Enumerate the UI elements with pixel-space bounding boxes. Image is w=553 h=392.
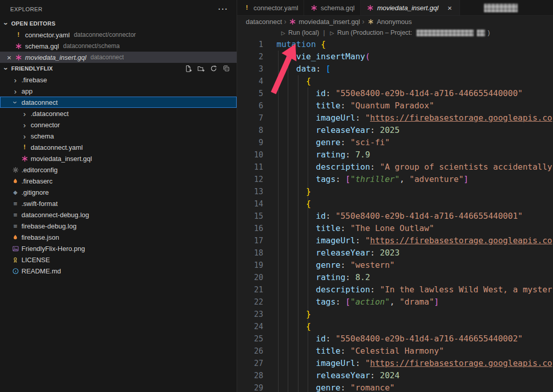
chevron-right-icon[interactable]: ›	[20, 109, 29, 118]
doc-lines-icon: ≡	[11, 199, 19, 207]
workspace-header[interactable]: › FRIENDLYFLIX	[0, 63, 237, 74]
git-icon: ◆	[11, 188, 19, 196]
tab-schema.gql[interactable]: schema.gql	[304, 0, 360, 15]
line-number: 15	[237, 210, 263, 222]
code-editor: 1mutation {2 movie_insertMany(3 data: [4…	[237, 38, 553, 392]
tree-item-dataconnect.yaml[interactable]: !dataconnect.yaml	[0, 142, 237, 153]
open-editor-item-schema.gql[interactable]: schema.gqldataconnect/schema	[0, 40, 237, 52]
new-file-icon[interactable]	[184, 64, 192, 73]
tab-moviedata_insert.gql[interactable]: moviedata_insert.gql×	[361, 0, 460, 15]
code-line-text: releaseYear: 2024	[263, 370, 400, 382]
chevron-right-icon[interactable]: ›	[11, 87, 19, 95]
tree-item-label: firebase.json	[21, 234, 59, 241]
code-line-25[interactable]: 25 id: "550e8400-e29b-41d4-a716-44665544…	[237, 333, 553, 345]
line-number: 10	[237, 149, 263, 161]
code-line-22[interactable]: 22 tags: ["action", "drama"]	[237, 296, 553, 308]
code-line-24[interactable]: 24 {	[237, 320, 553, 333]
code-line-8[interactable]: 8 releaseYear: 2025	[237, 124, 553, 136]
code-line-14[interactable]: 14 {	[237, 198, 553, 210]
line-number: 29	[237, 382, 263, 392]
breadcrumb-separator: ›	[284, 17, 287, 26]
line-number: 11	[237, 161, 263, 173]
tree-item-label: moviedata_insert.gql	[31, 155, 92, 163]
open-editor-item-connector.yaml[interactable]: !connector.yamldataconnect/connector	[0, 29, 237, 40]
chevron-right-icon[interactable]: ›	[20, 121, 29, 129]
tree-item-.editorconfig[interactable]: .editorconfig	[0, 164, 237, 175]
chevron-right-icon[interactable]: ›	[20, 132, 29, 140]
close-icon[interactable]: ×	[446, 4, 454, 12]
code-line-3[interactable]: 3 data: [	[237, 63, 553, 75]
code-line-11[interactable]: 11 description: "A group of scientists a…	[237, 161, 553, 173]
more-actions-icon[interactable]: ···	[218, 5, 228, 13]
line-number: 26	[237, 345, 263, 357]
code-line-23[interactable]: 23 }	[237, 308, 553, 320]
breadcrumb-item-dataconnect[interactable]: dataconnect	[246, 18, 282, 26]
breadcrumb-item-Anonymous[interactable]: Anonymous	[366, 17, 412, 26]
tree-item-connector[interactable]: ›connector	[0, 119, 237, 130]
warning-icon: !	[14, 31, 22, 39]
code-line-7[interactable]: 7 imageUrl: "https://firebasestorage.goo…	[237, 112, 553, 124]
code-line-9[interactable]: 9 genre: "sci-fi"	[237, 136, 553, 149]
code-line-text: description: "In the lawless Wild West, …	[263, 284, 553, 296]
run-production-button[interactable]: ▷ Run (Production – Project: )	[329, 29, 490, 37]
tree-item-label: .firebase	[21, 76, 47, 84]
tree-item-.swift-format[interactable]: ≡.swift-format	[0, 198, 237, 209]
code-line-5[interactable]: 5 id: "550e8400-e29b-41d4-a716-446655440…	[237, 87, 553, 100]
tree-item-dataconnect-debug.log[interactable]: ≡dataconnect-debug.log	[0, 209, 237, 220]
code-line-17[interactable]: 17 imageUrl: "https://firebasestorage.go…	[237, 235, 553, 247]
code-line-20[interactable]: 20 rating: 8.2	[237, 271, 553, 284]
tree-item-firebase-debug.log[interactable]: ≡firebase-debug.log	[0, 220, 237, 232]
open-editor-item-moviedata_insert.gql[interactable]: ×moviedata_insert.gqldataconnect	[0, 52, 237, 63]
tree-item-firebase.json[interactable]: firebase.json	[0, 232, 237, 243]
chevron-right-icon[interactable]: ›	[11, 76, 19, 84]
line-number: 4	[237, 75, 263, 87]
code-line-1[interactable]: 1mutation {	[237, 38, 553, 51]
code-line-13[interactable]: 13 }	[237, 186, 553, 198]
tree-item-README.md[interactable]: README.md	[0, 265, 237, 276]
refresh-icon[interactable]	[210, 64, 218, 73]
chevron-down-icon[interactable]: ›	[11, 98, 19, 106]
code-line-text: genre: "romance"	[263, 382, 395, 392]
code-line-27[interactable]: 27 imageUrl: "https://firebasestorage.go…	[237, 357, 553, 370]
tree-item-app[interactable]: ›app	[0, 85, 237, 97]
tree-item-schema[interactable]: ›schema	[0, 130, 237, 142]
tree-item-.firebase[interactable]: ›.firebase	[0, 74, 237, 85]
code-line-18[interactable]: 18 releaseYear: 2023	[237, 247, 553, 259]
code-line-12[interactable]: 12 tags: ["thriller", "adventure"]	[237, 173, 553, 186]
line-number: 13	[237, 186, 263, 198]
code-line-4[interactable]: 4 {	[237, 75, 553, 87]
tree-item-FriendlyFlix-Hero.png[interactable]: FriendlyFlix-Hero.png	[0, 243, 237, 254]
breadcrumb-separator: ›	[362, 17, 364, 26]
code-line-2[interactable]: 2 movie_insertMany(	[237, 51, 553, 63]
breadcrumb-item-moviedata_insert.gql[interactable]: moviedata_insert.gql	[289, 17, 360, 26]
new-folder-icon[interactable]	[197, 64, 205, 73]
firebase-icon	[11, 233, 19, 241]
code-line-21[interactable]: 21 description: "In the lawless Wild Wes…	[237, 284, 553, 296]
line-number: 9	[237, 136, 263, 149]
tree-item-LICENSE[interactable]: LICENSE	[0, 254, 237, 265]
code-line-10[interactable]: 10 rating: 7.9	[237, 149, 553, 161]
code-line-15[interactable]: 15 id: "550e8400-e29b-41d4-a716-44665544…	[237, 210, 553, 222]
code-line-6[interactable]: 6 title: "Quantum Paradox"	[237, 100, 553, 112]
code-line-19[interactable]: 19 genre: "western"	[237, 259, 553, 271]
graphql-icon	[20, 154, 29, 163]
code-line-26[interactable]: 26 title: "Celestial Harmony"	[237, 345, 553, 357]
code-line-29[interactable]: 29 genre: "romance"	[237, 382, 553, 392]
tree-item-label: firebase-debug.log	[21, 222, 77, 230]
code-line-text: id: "550e8400-e29b-41d4-a716-44665544000…	[263, 333, 523, 345]
line-number: 6	[237, 100, 263, 112]
code-line-text: releaseYear: 2023	[263, 247, 400, 259]
tree-item-moviedata_insert.gql[interactable]: moviedata_insert.gql	[0, 153, 237, 164]
code-line-text: title: "The Lone Outlaw"	[263, 222, 434, 235]
tree-item-.gitignore[interactable]: ◆.gitignore	[0, 187, 237, 198]
tree-item-.dataconnect[interactable]: ›.dataconnect	[0, 108, 237, 119]
tree-item-.firebaserc[interactable]: .firebaserc	[0, 175, 237, 187]
code-line-16[interactable]: 16 title: "The Lone Outlaw"	[237, 222, 553, 235]
close-icon[interactable]: ×	[5, 53, 13, 61]
code-line-28[interactable]: 28 releaseYear: 2024	[237, 370, 553, 382]
collapse-all-icon[interactable]	[222, 64, 231, 73]
open-editors-header[interactable]: › OPEN EDITORS	[0, 18, 237, 29]
tab-connector.yaml[interactable]: !connector.yaml	[237, 0, 304, 15]
tree-item-dataconnect[interactable]: ›dataconnect	[0, 97, 237, 108]
run-local-button[interactable]: ▷ Run (local)	[280, 29, 319, 37]
